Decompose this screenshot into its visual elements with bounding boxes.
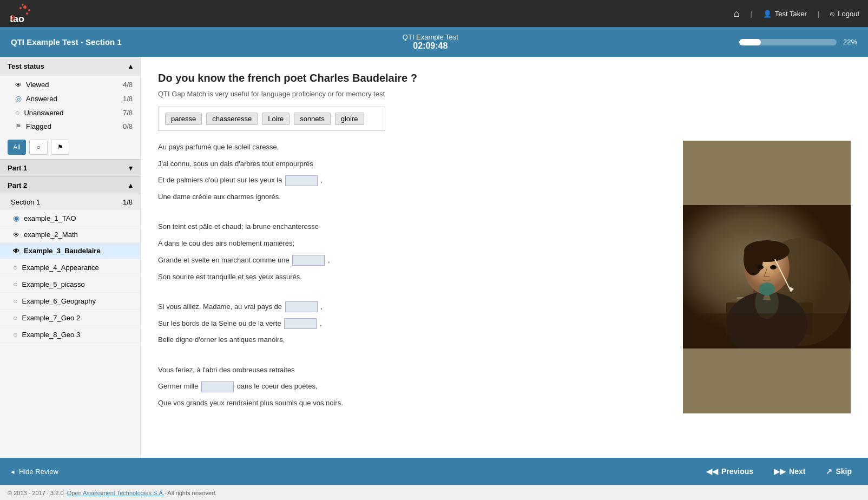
next-icon: ▶▶ <box>774 467 786 476</box>
status-rows: Viewed 4/8 ◎ Answered 1/8 Unanswered 7/8 <box>0 76 140 135</box>
gap-4[interactable] <box>284 318 317 329</box>
section1-header: Section 1 1/8 <box>0 194 140 210</box>
poem-line-4: Une dame créole aux charmes ignorés. <box>158 190 670 204</box>
top-navigation: tao ⌂ | 👤 Test Taker | ⎋ Logout <box>0 0 868 27</box>
eye-icon <box>15 81 22 89</box>
flagged-label: Flagged <box>26 122 51 130</box>
sidebar-item-example3[interactable]: Example_3_Baudelaire <box>0 243 140 259</box>
sidebar-item-example5[interactable]: Example_5_picasso <box>0 276 140 293</box>
word-chip-paresse[interactable]: paresse <box>165 113 202 125</box>
part2-chevron-icon <box>129 181 133 189</box>
gap-2[interactable] <box>292 255 325 266</box>
section1-count: 1/8 <box>123 198 133 206</box>
poem-line-11: Belle digne d'orner les antiques manoirs… <box>158 333 670 347</box>
question-subtitle: QTI Gap Match is very useful for languag… <box>158 90 851 98</box>
svg-text:tao: tao <box>10 14 24 24</box>
viewed-count: 4/8 <box>123 81 133 89</box>
previous-button[interactable]: ◀◀ Previous <box>701 464 759 479</box>
word-chip-chasseresse[interactable]: chasseresse <box>206 113 258 125</box>
unanswered-icon <box>15 108 19 117</box>
progress-bar <box>739 39 837 45</box>
logout-link[interactable]: ⎋ Logout <box>830 10 859 18</box>
word-bank: paresse chasseresse Loire sonnets gloire <box>158 107 385 131</box>
bottom-bar: ◂ Hide Review ◀◀ Previous ▶▶ Next ↗ Skip <box>0 458 868 485</box>
header-bar: QTI Example Test - Section 1 QTI Example… <box>0 27 868 57</box>
status-answered: ◎ Answered 1/8 <box>0 91 140 106</box>
skip-button[interactable]: ↗ Skip <box>820 464 857 479</box>
status-flagged: Flagged 0/8 <box>0 120 140 133</box>
svg-rect-24 <box>683 313 851 348</box>
poem-line-1: Au pays parfumé que le soleil caresse, <box>158 141 670 154</box>
status-unanswered: Unanswered 7/8 <box>0 106 140 120</box>
item1-status-icon: ◉ <box>13 214 19 222</box>
poem-line-10: Sur les bords de la Seine ou de la verte… <box>158 317 670 331</box>
poem-line-9: Si vous alliez, Madame, au vrai pays de … <box>158 300 670 314</box>
answered-icon: ◎ <box>15 94 22 103</box>
home-icon[interactable]: ⌂ <box>734 8 740 19</box>
poem-line-7: Grande et svelte en marchant comme une , <box>158 254 670 267</box>
poem-line-14: Que vos grands yeux rendraient plus soum… <box>158 397 670 410</box>
unanswered-count: 7/8 <box>123 109 133 117</box>
item8-label: Example_8_Geo 3 <box>22 331 80 339</box>
ota-link[interactable]: Open Assessment Technologies S.A. <box>67 490 165 496</box>
svg-point-18 <box>744 243 763 275</box>
svg-point-4 <box>26 12 28 15</box>
item8-status-icon <box>13 330 17 339</box>
item3-label: Example_3_Baudelaire <box>24 247 101 255</box>
sidebar-item-example6[interactable]: Example_6_Geography <box>0 293 140 310</box>
item1-label: example_1_TAO <box>24 214 76 222</box>
sidebar-item-example4[interactable]: Example_4_Appearance <box>0 259 140 276</box>
sidebar-item-example1[interactable]: ◉ example_1_TAO <box>0 210 140 227</box>
svg-point-19 <box>757 265 764 269</box>
gap-1[interactable] <box>285 175 318 186</box>
flagged-count: 0/8 <box>123 122 133 130</box>
footer: © 2013 - 2017 · 3.2.0 · Open Assessment … <box>0 485 868 500</box>
item6-status-icon <box>13 297 17 305</box>
test-name: QTI Example Test <box>403 33 458 41</box>
user-label: Test Taker <box>775 10 807 18</box>
footer-suffix: · All rights reserved. <box>165 490 217 496</box>
item7-label: Example_7_Geo 2 <box>22 314 80 322</box>
part1-header[interactable]: Part 1 <box>0 159 140 176</box>
section1-label: Section 1 <box>11 198 40 206</box>
previous-label: Previous <box>721 467 753 476</box>
word-chip-gloire[interactable]: gloire <box>335 113 364 125</box>
poem-content: Au pays parfumé que le soleil caresse, J… <box>158 141 851 413</box>
content-area: Do you know the french poet Charles Baud… <box>141 57 868 473</box>
progress-fill <box>739 39 761 45</box>
next-label: Next <box>789 467 805 476</box>
filter-flagged-button[interactable]: ⚑ <box>51 140 69 155</box>
item2-label: example_2_Math <box>24 231 78 239</box>
svg-point-20 <box>770 265 777 269</box>
poem-line-6: A dans le cou des airs noblement maniéré… <box>158 237 670 251</box>
baudelaire-painting <box>683 205 851 348</box>
word-chip-loire[interactable]: Loire <box>262 113 290 125</box>
test-status-header[interactable]: Test status <box>0 57 140 76</box>
progress-text: 22% <box>843 38 857 46</box>
poem-line-2: J'ai connu, sous un dais d'arbres tout e… <box>158 157 670 171</box>
sidebar-item-example2[interactable]: example_2_Math <box>0 227 140 243</box>
poem-line-8: Son sourire est tranquille et ses yeux a… <box>158 271 670 284</box>
sidebar-item-example8[interactable]: Example_8_Geo 3 <box>0 326 140 343</box>
item5-label: Example_5_picasso <box>22 280 84 288</box>
sidebar-item-example7[interactable]: Example_7_Geo 2 <box>0 310 140 326</box>
hide-review-button[interactable]: ◂ Hide Review <box>11 468 58 476</box>
gap-5[interactable] <box>201 381 234 392</box>
previous-icon: ◀◀ <box>706 467 718 476</box>
filter-unanswered-button[interactable]: ○ <box>29 140 48 155</box>
tao-logo-icon: tao <box>9 3 34 24</box>
filter-buttons: All ○ ⚑ <box>0 135 140 159</box>
item2-viewed-icon <box>13 231 19 239</box>
logout-label: Logout <box>838 10 859 18</box>
unanswered-label: Unanswered <box>24 109 63 117</box>
item5-status-icon <box>13 280 17 288</box>
filter-all-button[interactable]: All <box>8 140 26 155</box>
user-link[interactable]: 👤 Test Taker <box>763 10 807 18</box>
part2-label: Part 2 <box>8 181 27 189</box>
gap-3[interactable] <box>285 301 318 312</box>
poem-line-5: Son teint est pâle et chaud; la brune en… <box>158 220 670 234</box>
part2-header[interactable]: Part 2 <box>0 176 140 194</box>
svg-point-2 <box>22 4 24 6</box>
next-button[interactable]: ▶▶ Next <box>768 464 811 479</box>
word-chip-sonnets[interactable]: sonnets <box>294 113 331 125</box>
